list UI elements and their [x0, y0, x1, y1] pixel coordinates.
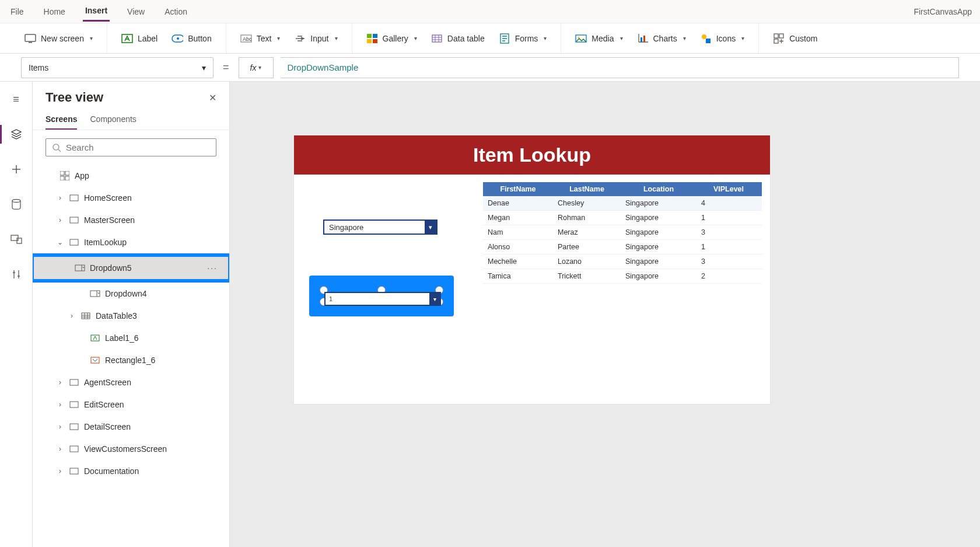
- table-row[interactable]: Denae Chesley Singapore 4: [483, 196, 762, 211]
- tree-node-app[interactable]: App: [33, 165, 229, 187]
- icons-button[interactable]: Icons ▾: [695, 29, 749, 48]
- dropdown5-selection-frame: 1 ▾: [309, 276, 454, 316]
- insert-nav[interactable]: [7, 160, 26, 179]
- table-row[interactable]: Nam Meraz Singapore 3: [483, 225, 762, 240]
- cell-lastname: Trickett: [553, 269, 621, 283]
- table-icon: [80, 311, 91, 321]
- screen-icon: [69, 399, 79, 410]
- menu-file[interactable]: File: [8, 2, 26, 21]
- cell-lastname: Chesley: [553, 196, 621, 210]
- svg-point-22: [12, 200, 20, 203]
- svg-point-17: [702, 34, 706, 39]
- tree-node-detailscreen[interactable]: › DetailScreen: [33, 416, 229, 438]
- cell-viplevel: 3: [696, 255, 761, 269]
- chevron-down-icon: ▾: [258, 64, 261, 71]
- col-location[interactable]: Location: [621, 182, 696, 196]
- tab-screens[interactable]: Screens: [46, 109, 77, 130]
- tree-node-dropdown4[interactable]: Dropdown4: [33, 283, 229, 305]
- table-row[interactable]: Megan Rohman Singapore 1: [483, 211, 762, 225]
- tree-node-label1-6[interactable]: Label1_6: [33, 327, 229, 349]
- cell-location: Singapore: [621, 269, 696, 283]
- dropdown5-control[interactable]: 1 ▾: [324, 292, 441, 306]
- tree-node-itemlookup[interactable]: ⌄ ItemLookup: [33, 231, 229, 253]
- data-table-button[interactable]: Data table: [426, 29, 489, 48]
- tab-components[interactable]: Components: [90, 109, 136, 130]
- new-screen-button[interactable]: New screen ▾: [20, 29, 97, 48]
- tree-node-agentscreen[interactable]: › AgentScreen: [33, 371, 229, 393]
- button-button[interactable]: Button: [167, 29, 216, 48]
- custom-button[interactable]: Custom: [768, 29, 822, 48]
- node-label: DetailScreen: [84, 422, 131, 431]
- table-row[interactable]: Alonso Partee Singapore 1: [483, 240, 762, 255]
- cell-location: Singapore: [621, 240, 696, 254]
- svg-rect-35: [82, 313, 90, 319]
- chevron-down-icon: ▾: [277, 35, 280, 41]
- tree-view-nav[interactable]: [0, 125, 32, 144]
- svg-rect-39: [70, 402, 78, 407]
- svg-point-4: [177, 37, 179, 40]
- gallery-button[interactable]: Gallery ▾: [362, 29, 422, 48]
- col-firstname[interactable]: FirstName: [483, 182, 553, 196]
- svg-rect-30: [70, 195, 78, 201]
- menu-home[interactable]: Home: [41, 2, 68, 21]
- media-button[interactable]: Media ▾: [570, 29, 627, 48]
- tree-node-homescreen[interactable]: › HomeScreen: [33, 187, 229, 209]
- media-nav[interactable]: [7, 230, 26, 249]
- menu-view[interactable]: View: [125, 2, 147, 21]
- table-row[interactable]: Mechelle Lozano Singapore 3: [483, 255, 762, 269]
- media-label: Media: [592, 34, 614, 43]
- fx-button[interactable]: fx ▾: [239, 57, 274, 78]
- cell-firstname: Denae: [483, 196, 553, 210]
- label-button[interactable]: Label: [117, 29, 162, 48]
- app-label: App: [75, 171, 89, 180]
- node-label: Dropdown5: [90, 263, 132, 273]
- tree-node-rectangle1-6[interactable]: Rectangle1_6: [33, 349, 229, 371]
- gallery-label: Gallery: [383, 34, 408, 43]
- menu-action[interactable]: Action: [162, 2, 190, 21]
- col-viplevel[interactable]: VIPLevel: [696, 182, 761, 196]
- formula-input[interactable]: DropDownSample: [281, 57, 959, 78]
- text-button[interactable]: Abc Text ▾: [236, 29, 285, 48]
- charts-button[interactable]: Charts ▾: [632, 29, 691, 48]
- data-table-icon: [431, 33, 443, 44]
- label-label: Label: [138, 34, 158, 43]
- cell-location: Singapore: [621, 225, 696, 239]
- cell-viplevel: 2: [696, 269, 761, 283]
- tree-node-documentation[interactable]: › Documentation: [33, 460, 229, 482]
- node-label: Label1_6: [105, 333, 139, 343]
- node-label: HomeScreen: [84, 193, 132, 203]
- canvas-area[interactable]: ↖ Item Lookup Singapore ▾ 1 ▾: [230, 82, 980, 547]
- more-options-button[interactable]: ···: [207, 263, 218, 273]
- node-label: ViewCustomersScreen: [84, 444, 167, 454]
- data-nav[interactable]: [7, 195, 26, 214]
- cell-viplevel: 3: [696, 225, 761, 239]
- dropdown4-control[interactable]: Singapore ▾: [323, 220, 438, 235]
- caret-right-icon: ›: [56, 400, 64, 409]
- property-selector[interactable]: Items ▾: [21, 57, 214, 78]
- tree-node-viewcustomersscreen[interactable]: › ViewCustomersScreen: [33, 438, 229, 460]
- svg-rect-29: [65, 176, 69, 180]
- tree-node-editscreen[interactable]: › EditScreen: [33, 393, 229, 416]
- text-icon: Abc: [240, 33, 252, 44]
- sliders-icon: [12, 269, 21, 280]
- forms-button[interactable]: Forms ▾: [494, 29, 552, 48]
- left-rail: ≡: [0, 82, 33, 547]
- menu-insert[interactable]: Insert: [83, 1, 110, 22]
- tree-node-masterscreen[interactable]: › MasterScreen: [33, 209, 229, 231]
- hamburger-icon[interactable]: ≡: [7, 90, 26, 109]
- col-lastname[interactable]: LastName: [553, 182, 621, 196]
- tree-node-datatable3[interactable]: › DataTable3: [33, 305, 229, 327]
- table-row[interactable]: Tamica Trickett Singapore 2: [483, 269, 762, 284]
- rectangle-icon: [90, 355, 100, 365]
- node-label: EditScreen: [84, 400, 124, 409]
- tree-node-dropdown5[interactable]: Dropdown5 ···: [34, 257, 228, 279]
- app-canvas[interactable]: Item Lookup Singapore ▾ 1 ▾: [294, 135, 770, 404]
- tree-search[interactable]: [46, 138, 216, 156]
- cell-lastname: Partee: [553, 240, 621, 254]
- search-input[interactable]: [66, 142, 210, 152]
- screen-icon: [24, 33, 36, 44]
- datatable3-control[interactable]: FirstName LastName Location VIPLevel Den…: [483, 182, 762, 284]
- close-tree-button[interactable]: ✕: [209, 92, 216, 103]
- input-button[interactable]: Input ▾: [289, 29, 342, 48]
- advanced-nav[interactable]: [7, 265, 26, 284]
